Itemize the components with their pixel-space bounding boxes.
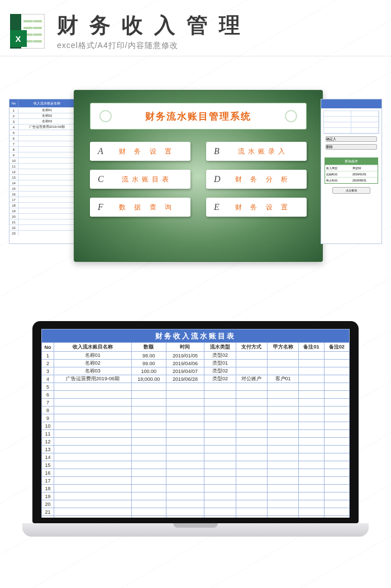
table-row: 12 <box>42 438 350 446</box>
table-row: 14 <box>9 180 75 185</box>
divider <box>0 56 391 56</box>
query-row: 起始时间2019/01/01 <box>325 171 378 177</box>
table-row: 22 <box>9 224 75 230</box>
menu-label: 财 务 设 置 <box>111 147 183 156</box>
table-row: 10 <box>9 157 75 163</box>
menu-button[interactable]: D财 务 分 析 <box>206 170 307 189</box>
preview-area: No 收入流水账目名称 1名称012名称023名称034广告运营费用2019-0… <box>0 87 391 265</box>
mini-sheet-right: 确定入 删除 查询条件 收入类型类型02起始时间2019/01/01终止时间20… <box>321 99 382 244</box>
circle-icon <box>99 110 112 122</box>
laptop-screen: 财务收入流水账目表 No收入流水账目名称数额时间流水类型支付方式甲方名称备注01… <box>32 321 359 523</box>
table-row: 6 <box>9 135 75 141</box>
menu-letter: E <box>214 202 227 212</box>
side-button[interactable]: 删除 <box>326 144 377 150</box>
table-row: 6 <box>42 391 350 399</box>
table-row: 8 <box>42 407 350 414</box>
table-row: 12 <box>9 169 75 174</box>
table-row: 19 <box>42 493 350 500</box>
column-header: 备注01 <box>299 343 324 352</box>
query-button[interactable]: 点击查询 <box>332 187 370 194</box>
table-row: 5 <box>42 383 350 391</box>
query-row: 终止时间2019/08/31 <box>325 177 378 183</box>
table-row: 20 <box>9 213 75 219</box>
column-header: 备注02 <box>324 343 349 352</box>
menu-title-bar: 财务流水账目管理系统 <box>90 103 307 130</box>
table-row: 21 <box>42 508 350 516</box>
table-row: 3名称03 <box>9 118 75 124</box>
column-header: 支付方式 <box>236 343 267 352</box>
menu-label: 数 据 查 询 <box>111 203 183 212</box>
table-row: 17 <box>42 477 350 485</box>
col-name: 收入流水账目名称 <box>18 99 75 107</box>
column-header: 数额 <box>131 343 166 352</box>
table-row: 1名称01 <box>9 107 75 113</box>
column-header: 流水类型 <box>204 343 236 352</box>
page-subtitle: excel格式/A4打印/内容随意修改 <box>57 41 374 51</box>
header: X 财务收入管理 excel格式/A4打印/内容随意修改 <box>0 11 391 51</box>
menu-panel: 财务流水账目管理系统 A财 务 设 置B流水账录入C流水账目表D财 务 分 析F… <box>74 90 323 262</box>
query-row: 收入类型类型02 <box>325 165 378 171</box>
menu-title: 财务流水账目管理系统 <box>145 110 251 123</box>
table-row: 18 <box>42 485 350 493</box>
menu-letter: D <box>214 174 227 184</box>
income-table: 财务收入流水账目表 No收入流水账目名称数额时间流水类型支付方式甲方名称备注01… <box>41 329 350 518</box>
table-row: 9 <box>42 414 350 422</box>
excel-icon: X <box>10 14 45 49</box>
table-row: 15 <box>9 185 75 191</box>
table-row: 15 <box>42 461 350 469</box>
laptop-mockup: 财务收入流水账目表 No收入流水账目名称数额时间流水类型支付方式甲方名称备注01… <box>22 321 369 544</box>
laptop-notch <box>173 523 218 528</box>
table-row: 13 <box>42 446 350 453</box>
menu-button[interactable]: A财 务 设 置 <box>90 142 190 161</box>
table-row: 9 <box>9 152 75 157</box>
menu-button[interactable]: E财 务 设 置 <box>206 198 307 217</box>
menu-label: 财 务 分 析 <box>227 175 299 184</box>
table-row: 2名称0299.002019/04/06类型01 <box>42 360 350 367</box>
table-row: 11 <box>42 430 350 438</box>
query-title: 查询条件 <box>325 158 378 165</box>
side-button[interactable]: 确定入 <box>326 136 377 142</box>
menu-button[interactable]: C流水账目表 <box>90 170 190 189</box>
col-no: No <box>9 99 18 107</box>
column-header: 收入流水账目名称 <box>54 343 132 352</box>
table-row: 20 <box>42 500 350 508</box>
table-row: 13 <box>9 174 75 180</box>
menu-label: 流水账录入 <box>227 147 299 156</box>
table-row: 10 <box>42 422 350 430</box>
table-row: 1名称0198.002019/01/05类型02 <box>42 352 350 360</box>
menu-button[interactable]: B流水账录入 <box>206 142 307 161</box>
menu-letter: B <box>214 146 227 156</box>
menu-label: 流水账目表 <box>111 175 183 184</box>
table-row: 3名称03100.002019/04/07类型02 <box>42 367 350 375</box>
menu-label: 财 务 设 置 <box>227 203 299 212</box>
table-row: 4广告运营费用2019-06期 <box>9 124 75 130</box>
menu-letter: A <box>98 146 111 156</box>
menu-button[interactable]: F数 据 查 询 <box>90 198 190 217</box>
table-row: 14 <box>42 453 350 461</box>
mini-sheet-left: No 收入流水账目名称 1名称012名称023名称034广告运营费用2019-0… <box>9 99 76 244</box>
table-row: 2名称02 <box>9 113 75 118</box>
table-row: 11 <box>9 163 75 169</box>
circle-icon <box>285 110 297 122</box>
table-row: 17 <box>9 197 75 202</box>
table-row: 23 <box>9 230 75 236</box>
table-row: 7 <box>42 399 350 407</box>
menu-letter: F <box>98 202 111 212</box>
table-row: 8 <box>9 146 75 152</box>
table-title: 财务收入流水账目表 <box>42 329 350 343</box>
column-header: 时间 <box>166 343 204 352</box>
table-row: 21 <box>9 219 75 224</box>
table-row: 4广告运营费用2019-06期18;000.002019/06/28类型02对公… <box>42 375 350 383</box>
menu-letter: C <box>98 174 111 184</box>
table-row: 19 <box>9 208 75 213</box>
page-title: 财务收入管理 <box>57 11 374 40</box>
table-row: 22 <box>42 516 350 518</box>
query-panel: 查询条件 收入类型类型02起始时间2019/01/01终止时间2019/08/3… <box>325 157 378 184</box>
table-row: 16 <box>42 469 350 477</box>
excel-badge: X <box>10 30 27 47</box>
table-row: 7 <box>9 141 75 146</box>
table-row: 5 <box>9 130 75 135</box>
column-header: 甲方名称 <box>267 343 298 352</box>
table-row: 16 <box>9 191 75 197</box>
table-row: 18 <box>9 202 75 208</box>
